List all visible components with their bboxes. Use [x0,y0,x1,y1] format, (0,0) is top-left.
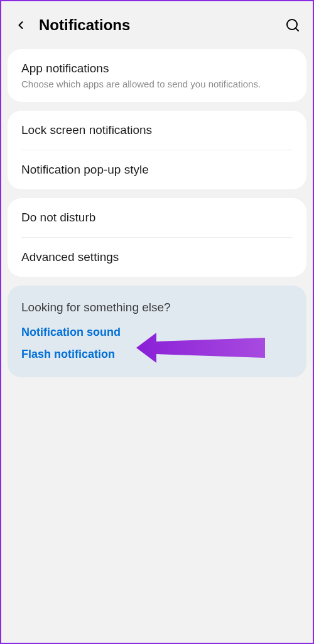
search-icon[interactable] [285,18,300,33]
info-title: Looking for something else? [21,301,293,314]
notifications-style-card: Lock screen notifications Notification p… [8,111,306,189]
app-notifications-card: App notifications Choose which apps are … [8,49,306,102]
item-desc: Choose which apps are allowed to send yo… [21,78,293,91]
app-notifications-item[interactable]: App notifications Choose which apps are … [8,49,306,102]
back-icon[interactable] [14,18,28,32]
lock-screen-notifications-item[interactable]: Lock screen notifications [8,111,306,150]
item-title: Notification pop-up style [21,163,293,177]
advanced-settings-item[interactable]: Advanced settings [8,238,306,277]
item-title: Advanced settings [21,250,293,264]
item-title: Do not disturb [21,211,293,225]
do-not-disturb-item[interactable]: Do not disturb [8,198,306,237]
item-title: Lock screen notifications [21,123,293,137]
header-left: Notifications [14,16,130,34]
svg-line-1 [296,28,298,31]
popup-style-item[interactable]: Notification pop-up style [8,150,306,189]
item-title: App notifications [21,62,293,75]
info-card: Looking for something else? Notification… [8,286,306,377]
flash-notification-link[interactable]: Flash notification [21,348,293,361]
settings-card: Do not disturb Advanced settings [8,198,306,277]
header-bar: Notifications [8,8,306,49]
notification-sound-link[interactable]: Notification sound [21,326,293,339]
page-title: Notifications [39,16,130,34]
